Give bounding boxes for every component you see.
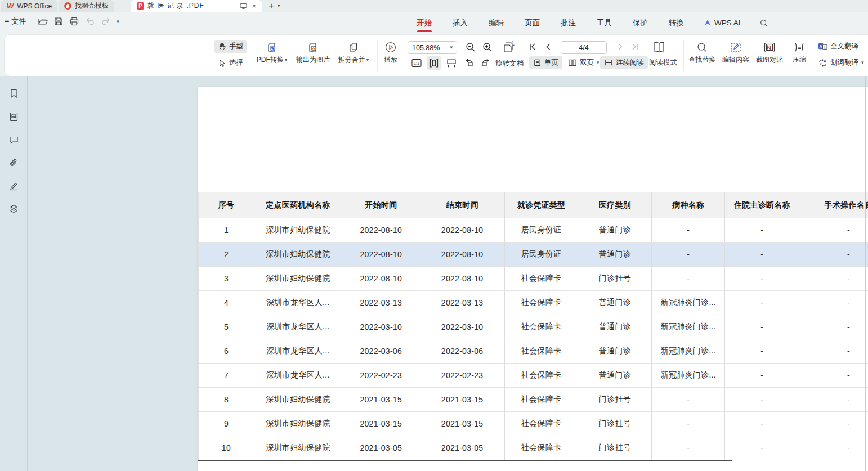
table-header-cell: 结束时间 xyxy=(420,192,505,218)
continuous-read-button[interactable]: 连续阅读 xyxy=(600,56,648,69)
quickbar-chevron-icon[interactable]: ▾ xyxy=(117,19,119,24)
tab-wps-office[interactable]: W WPS Office xyxy=(1,0,57,12)
hand-tool-button[interactable]: 手型 xyxy=(214,40,247,53)
table-row: 1深圳市妇幼保健院2022-08-102022-08-10居民身份证普通门诊--… xyxy=(199,218,868,243)
table-cell: 门诊挂号 xyxy=(578,412,652,436)
double-page-icon xyxy=(568,59,577,67)
next-page-icon[interactable] xyxy=(616,42,625,51)
table-header-cell: 病种名称 xyxy=(652,192,725,218)
actual-size-button[interactable]: 1:1 xyxy=(411,57,422,69)
file-menu-button[interactable]: ≡ 文件 xyxy=(5,16,26,26)
table-cell: - xyxy=(652,388,725,411)
prev-page-icon[interactable] xyxy=(544,42,553,51)
undo-icon[interactable] xyxy=(85,16,95,26)
play-button[interactable]: 播放 xyxy=(379,41,402,65)
read-mode-button[interactable]: 阅读模式 xyxy=(645,56,681,69)
find-replace-label: 查找替换 xyxy=(688,55,715,65)
rotate-doc-label[interactable]: 旋转文档 xyxy=(495,59,524,69)
table-cell: 深圳市妇幼保健院 xyxy=(254,436,342,460)
full-translate-button[interactable]: A 全文翻译 xyxy=(814,40,862,53)
screenshot-compare-button[interactable]: 截图对比 xyxy=(754,41,785,65)
tab-list-chevron-icon[interactable]: ▾ xyxy=(278,3,280,8)
table-cell: - xyxy=(799,243,868,266)
comments-icon[interactable] xyxy=(8,134,19,145)
rotate-left-icon[interactable] xyxy=(464,57,475,68)
pdf-convert-button[interactable]: PDF转换▾ xyxy=(254,41,289,65)
save-icon[interactable] xyxy=(53,16,64,26)
table-cell: 社会保障卡 xyxy=(505,267,579,290)
signature-icon[interactable] xyxy=(8,181,19,191)
rotate-right-icon[interactable] xyxy=(480,57,491,68)
edit-content-button[interactable]: 编辑内容 xyxy=(721,41,751,65)
table-cell: 2021-03-15 xyxy=(342,388,420,411)
table-cell: - xyxy=(725,243,799,266)
open-file-icon[interactable] xyxy=(38,16,48,26)
read-mode-book-icon[interactable] xyxy=(652,40,666,55)
attachments-icon[interactable] xyxy=(8,158,19,168)
last-page-icon[interactable] xyxy=(630,42,639,51)
table-cell: - xyxy=(799,412,868,436)
layers-icon[interactable] xyxy=(8,204,19,214)
compress-button[interactable]: 压缩 xyxy=(788,41,811,65)
find-replace-button[interactable]: 查找替换 xyxy=(687,41,717,65)
menu-home[interactable]: 开始 xyxy=(415,13,433,33)
split-merge-button[interactable]: 拆分合并▾ xyxy=(335,41,372,65)
zoom-in-icon[interactable] xyxy=(482,42,493,53)
menu-comment[interactable]: 批注 xyxy=(560,13,577,33)
table-cell: 门诊挂号 xyxy=(578,388,652,411)
tab-pdf-document[interactable]: P 就 医 记 录 .PDF × xyxy=(131,0,262,12)
word-translate-button[interactable]: Ax 划词翻译 ▾ xyxy=(814,56,868,69)
fit-height-button[interactable] xyxy=(427,56,441,70)
wps-ai-button[interactable]: WPS AI xyxy=(704,19,741,27)
fit-width-button[interactable] xyxy=(446,57,457,68)
page-number-input[interactable] xyxy=(561,41,607,54)
pdf-page[interactable]: 序号定点医药机构名称开始时间结束时间就诊凭证类型医疗类别病种名称住院主诊断名称手… xyxy=(198,87,868,471)
table-cell: - xyxy=(799,218,868,242)
menu-protect[interactable]: 保护 xyxy=(632,13,649,33)
export-image-icon xyxy=(307,41,319,54)
table-cell: - xyxy=(725,315,799,339)
present-to-screen-icon[interactable] xyxy=(240,3,247,10)
select-tool-button[interactable]: 选择 xyxy=(214,56,247,69)
zoom-level-select[interactable]: 105.88% ▾ xyxy=(408,41,457,54)
word-translate-label: 划词翻译 xyxy=(830,58,858,68)
fit-page-icon[interactable] xyxy=(502,41,517,54)
table-cell: - xyxy=(725,339,799,363)
print-icon[interactable] xyxy=(69,16,79,26)
svg-text:A: A xyxy=(824,59,826,63)
table-header-cell: 住院主诊断名称 xyxy=(725,192,799,218)
tab-docer-templates[interactable]: 找稻壳模板 xyxy=(59,0,114,12)
word-translate-icon: Ax xyxy=(818,59,827,67)
table-cell: 2021-03-15 xyxy=(420,388,505,411)
first-page-icon[interactable] xyxy=(528,42,537,51)
ribbon-toolbar: 手型 选择 PDF转换▾ 输出为图片 拆分合并▾ 播放 105.88% ▾ xyxy=(5,35,868,76)
one-to-one-label: 1:1 xyxy=(414,61,419,65)
vertical-scrollbar[interactable] xyxy=(865,76,866,471)
toolbar-separator xyxy=(377,40,378,71)
zoom-out-icon[interactable] xyxy=(465,42,476,53)
table-cell: - xyxy=(799,388,868,411)
menu-page[interactable]: 页面 xyxy=(524,13,541,33)
table-cell: 社会保障卡 xyxy=(505,291,579,315)
thumbnails-icon[interactable] xyxy=(8,111,19,122)
table-row: 3深圳市妇幼保健院2022-08-102022-08-10社会保障卡门诊挂号--… xyxy=(199,267,868,291)
screenshot-compare-label: 截图对比 xyxy=(756,55,783,65)
table-cell: 2022-03-06 xyxy=(420,339,505,363)
export-image-button[interactable]: 输出为图片 xyxy=(293,41,333,65)
menu-edit[interactable]: 编辑 xyxy=(487,13,505,33)
menu-search-icon[interactable] xyxy=(759,19,768,28)
table-cell: 2022-08-10 xyxy=(420,218,505,242)
read-mode-label: 阅读模式 xyxy=(649,58,677,68)
bookmark-icon[interactable] xyxy=(8,88,19,99)
double-page-button[interactable]: 双页 ▾ xyxy=(564,56,603,69)
menu-insert[interactable]: 插入 xyxy=(451,13,469,33)
new-tab-icon[interactable]: + xyxy=(269,1,274,11)
table-cell: 居民身份证 xyxy=(505,218,579,242)
menu-convert[interactable]: 转换 xyxy=(668,13,685,33)
redo-icon[interactable] xyxy=(101,16,111,26)
table-cell: 深圳市龙华区人... xyxy=(254,315,342,339)
close-tab-icon[interactable]: × xyxy=(252,2,256,10)
single-page-button[interactable]: 单页 xyxy=(529,56,562,69)
menu-tools[interactable]: 工具 xyxy=(596,13,613,33)
table-cell: 新冠肺炎门诊... xyxy=(652,364,725,387)
